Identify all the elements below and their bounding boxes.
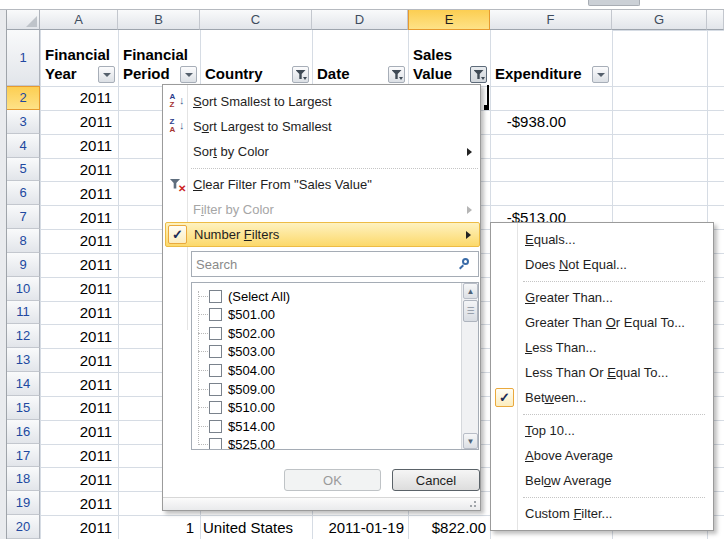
search-icon[interactable] — [458, 258, 471, 271]
column-header-E[interactable]: E — [408, 10, 490, 30]
list-item-select-all[interactable]: (Select All) — [192, 287, 447, 305]
cell-A14[interactable]: 2011 — [40, 372, 112, 396]
cell-A20[interactable]: 2011 — [40, 515, 112, 539]
header-dropdown-button-F[interactable] — [592, 66, 609, 83]
cell-A2[interactable]: 2011 — [40, 86, 112, 110]
cell-C20[interactable]: United States — [203, 515, 309, 539]
cell-F3[interactable]: -$938.00 — [490, 110, 566, 134]
select-all-corner[interactable] — [7, 10, 40, 30]
header-filter-button-D[interactable] — [388, 66, 405, 83]
column-header-C[interactable]: C — [200, 10, 312, 30]
submenu-item-between[interactable]: ✓Between... — [493, 385, 712, 410]
cell-A19[interactable]: 2011 — [40, 491, 112, 515]
column-header-partial[interactable] — [707, 10, 724, 30]
menu-item-number-filters[interactable]: ✓Number Filters — [165, 222, 480, 247]
list-item-50900[interactable]: $509.00 — [192, 380, 447, 398]
cell-A5[interactable]: 2011 — [40, 158, 112, 182]
list-item-51000[interactable]: $510.00 — [192, 399, 447, 417]
cell-A6[interactable]: 2011 — [40, 181, 112, 205]
row-header-9[interactable]: 9 — [7, 253, 40, 277]
list-item-50200[interactable]: $502.00 — [192, 324, 447, 342]
column-header-B[interactable]: B — [118, 10, 200, 30]
cell-D20[interactable]: 2011-01-19 — [312, 515, 404, 539]
submenu-item-less-than-or-equal-to[interactable]: Less Than Or Equal To... — [493, 360, 712, 385]
header-filter-button-E[interactable] — [470, 66, 487, 83]
row-header-1[interactable]: 1 — [7, 30, 40, 86]
list-item-50100[interactable]: $501.00 — [192, 306, 447, 324]
row-header-5[interactable]: 5 — [7, 158, 40, 182]
row-header-15[interactable]: 15 — [7, 396, 40, 420]
cell-B20[interactable]: 1 — [118, 515, 194, 539]
menu-item-label: Less Than... — [525, 340, 596, 355]
search-input[interactable] — [196, 254, 451, 274]
scrollbar-thumb[interactable]: ☰ — [463, 300, 478, 322]
ok-button[interactable]: OK — [284, 469, 381, 491]
column-header-G[interactable]: G — [612, 10, 707, 30]
menu-item-sort-smallest-to-largest[interactable]: AZ↓Sort Smallest to Largest — [165, 89, 480, 114]
cell-E20[interactable]: $822.00 — [408, 515, 486, 539]
cell-A7[interactable]: 2011 — [40, 205, 112, 229]
row-header-18[interactable]: 18 — [7, 467, 40, 491]
cell-A18[interactable]: 2011 — [40, 467, 112, 491]
submenu-arrow-icon — [466, 231, 471, 239]
row-header-8[interactable]: 8 — [7, 229, 40, 253]
header-dropdown-button-B[interactable] — [180, 66, 197, 83]
fill-handle[interactable] — [484, 105, 489, 110]
cell-A10[interactable]: 2011 — [40, 277, 112, 301]
column-header-A[interactable]: A — [40, 10, 118, 30]
checkbox-icon — [209, 364, 222, 377]
cell-A4[interactable]: 2011 — [40, 134, 112, 158]
row-header-13[interactable]: 13 — [7, 348, 40, 372]
submenu-item-does-not-equal[interactable]: Does Not Equal... — [493, 252, 712, 277]
scroll-up-icon[interactable]: ▲ — [463, 283, 478, 299]
cell-A3[interactable]: 2011 — [40, 110, 112, 134]
menu-resize-strip[interactable] — [163, 497, 480, 510]
row-header-19[interactable]: 19 — [7, 491, 40, 515]
submenu-item-custom-filter[interactable]: Custom Filter... — [493, 501, 712, 526]
column-header-F[interactable]: F — [490, 10, 612, 30]
row-header-4[interactable]: 4 — [7, 134, 40, 158]
row-header-12[interactable]: 12 — [7, 324, 40, 348]
scroll-down-icon[interactable]: ▼ — [463, 433, 478, 449]
submenu-item-greater-than[interactable]: Greater Than... — [493, 285, 712, 310]
list-item-51400[interactable]: $514.00 — [192, 417, 447, 435]
header-filter-button-C[interactable] — [292, 66, 309, 83]
row-header-10[interactable]: 10 — [7, 277, 40, 301]
submenu-item-equals[interactable]: Equals... — [493, 227, 712, 252]
menu-item-sort-largest-to-smallest[interactable]: ZA↓Sort Largest to Smallest — [165, 114, 480, 139]
menu-separator — [523, 281, 705, 282]
list-item-50300[interactable]: $503.00 — [192, 343, 447, 361]
row-header-6[interactable]: 6 — [7, 181, 40, 205]
submenu-item-below-average[interactable]: Below Average — [493, 468, 712, 493]
submenu-item-above-average[interactable]: Above Average — [493, 443, 712, 468]
active-cell-border — [487, 85, 489, 107]
row-header-3[interactable]: 3 — [7, 110, 40, 134]
cell-A17[interactable]: 2011 — [40, 444, 112, 468]
header-dropdown-button-A[interactable] — [98, 66, 115, 83]
row-header-11[interactable]: 11 — [7, 301, 40, 325]
menu-item-sort-by-color[interactable]: Sort by Color — [165, 139, 480, 164]
list-scrollbar[interactable]: ▲ ☰ ▼ — [461, 283, 478, 449]
cell-A13[interactable]: 2011 — [40, 348, 112, 372]
cell-A11[interactable]: 2011 — [40, 301, 112, 325]
submenu-item-less-than[interactable]: Less Than... — [493, 335, 712, 360]
submenu-item-top-10[interactable]: Top 10... — [493, 418, 712, 443]
cell-A9[interactable]: 2011 — [40, 253, 112, 277]
row-header-16[interactable]: 16 — [7, 420, 40, 444]
cell-A15[interactable]: 2011 — [40, 396, 112, 420]
cell-A8[interactable]: 2011 — [40, 229, 112, 253]
menu-item-clear-filter[interactable]: ✕Clear Filter From "Sales Value" — [165, 172, 480, 197]
menu-item-filter-by-color[interactable]: Filter by Color — [165, 197, 480, 222]
cancel-button[interactable]: Cancel — [392, 469, 480, 491]
list-item-50400[interactable]: $504.00 — [192, 361, 447, 379]
row-header-2[interactable]: 2 — [7, 86, 40, 110]
column-header-D[interactable]: D — [312, 10, 408, 30]
cell-A12[interactable]: 2011 — [40, 324, 112, 348]
row-header-20[interactable]: 20 — [7, 515, 40, 539]
submenu-item-greater-than-or-equal-to[interactable]: Greater Than Or Equal To... — [493, 310, 712, 335]
list-item-52500[interactable]: $525.00 — [192, 436, 447, 450]
row-header-17[interactable]: 17 — [7, 444, 40, 468]
row-header-14[interactable]: 14 — [7, 372, 40, 396]
row-header-7[interactable]: 7 — [7, 205, 40, 229]
cell-A16[interactable]: 2011 — [40, 420, 112, 444]
